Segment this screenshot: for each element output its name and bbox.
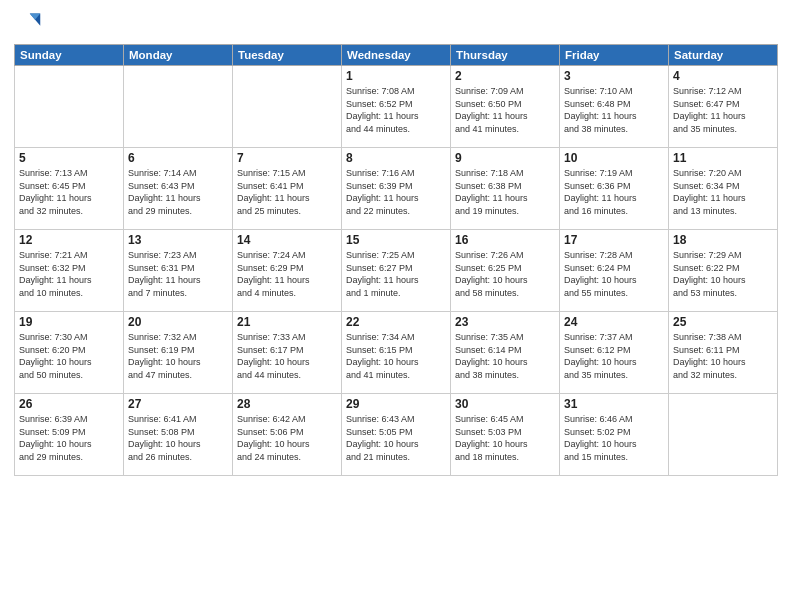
day-info: Sunrise: 7:12 AM Sunset: 6:47 PM Dayligh…	[673, 85, 773, 135]
day-number: 26	[19, 397, 119, 411]
calendar-cell: 29Sunrise: 6:43 AM Sunset: 5:05 PM Dayli…	[342, 394, 451, 476]
calendar-cell: 12Sunrise: 7:21 AM Sunset: 6:32 PM Dayli…	[15, 230, 124, 312]
calendar-cell: 19Sunrise: 7:30 AM Sunset: 6:20 PM Dayli…	[15, 312, 124, 394]
day-number: 15	[346, 233, 446, 247]
calendar-cell: 26Sunrise: 6:39 AM Sunset: 5:09 PM Dayli…	[15, 394, 124, 476]
calendar-cell: 17Sunrise: 7:28 AM Sunset: 6:24 PM Dayli…	[560, 230, 669, 312]
calendar-cell: 23Sunrise: 7:35 AM Sunset: 6:14 PM Dayli…	[451, 312, 560, 394]
week-row-4: 19Sunrise: 7:30 AM Sunset: 6:20 PM Dayli…	[15, 312, 778, 394]
day-info: Sunrise: 6:42 AM Sunset: 5:06 PM Dayligh…	[237, 413, 337, 463]
day-number: 22	[346, 315, 446, 329]
day-info: Sunrise: 7:18 AM Sunset: 6:38 PM Dayligh…	[455, 167, 555, 217]
calendar-cell: 15Sunrise: 7:25 AM Sunset: 6:27 PM Dayli…	[342, 230, 451, 312]
day-number: 30	[455, 397, 555, 411]
day-info: Sunrise: 7:08 AM Sunset: 6:52 PM Dayligh…	[346, 85, 446, 135]
calendar-cell: 20Sunrise: 7:32 AM Sunset: 6:19 PM Dayli…	[124, 312, 233, 394]
day-info: Sunrise: 6:43 AM Sunset: 5:05 PM Dayligh…	[346, 413, 446, 463]
calendar-cell: 30Sunrise: 6:45 AM Sunset: 5:03 PM Dayli…	[451, 394, 560, 476]
day-info: Sunrise: 7:30 AM Sunset: 6:20 PM Dayligh…	[19, 331, 119, 381]
calendar-cell	[233, 66, 342, 148]
calendar-cell: 1Sunrise: 7:08 AM Sunset: 6:52 PM Daylig…	[342, 66, 451, 148]
week-row-3: 12Sunrise: 7:21 AM Sunset: 6:32 PM Dayli…	[15, 230, 778, 312]
day-number: 27	[128, 397, 228, 411]
day-number: 9	[455, 151, 555, 165]
day-number: 14	[237, 233, 337, 247]
day-info: Sunrise: 7:38 AM Sunset: 6:11 PM Dayligh…	[673, 331, 773, 381]
day-info: Sunrise: 7:32 AM Sunset: 6:19 PM Dayligh…	[128, 331, 228, 381]
day-number: 1	[346, 69, 446, 83]
calendar-cell: 9Sunrise: 7:18 AM Sunset: 6:38 PM Daylig…	[451, 148, 560, 230]
day-info: Sunrise: 6:39 AM Sunset: 5:09 PM Dayligh…	[19, 413, 119, 463]
day-info: Sunrise: 7:13 AM Sunset: 6:45 PM Dayligh…	[19, 167, 119, 217]
day-number: 24	[564, 315, 664, 329]
day-info: Sunrise: 7:28 AM Sunset: 6:24 PM Dayligh…	[564, 249, 664, 299]
weekday-header-wednesday: Wednesday	[342, 45, 451, 66]
weekday-header-saturday: Saturday	[669, 45, 778, 66]
calendar-cell: 10Sunrise: 7:19 AM Sunset: 6:36 PM Dayli…	[560, 148, 669, 230]
day-number: 31	[564, 397, 664, 411]
day-info: Sunrise: 7:16 AM Sunset: 6:39 PM Dayligh…	[346, 167, 446, 217]
day-number: 19	[19, 315, 119, 329]
day-info: Sunrise: 7:37 AM Sunset: 6:12 PM Dayligh…	[564, 331, 664, 381]
day-info: Sunrise: 7:19 AM Sunset: 6:36 PM Dayligh…	[564, 167, 664, 217]
day-number: 5	[19, 151, 119, 165]
calendar-cell: 4Sunrise: 7:12 AM Sunset: 6:47 PM Daylig…	[669, 66, 778, 148]
day-number: 21	[237, 315, 337, 329]
logo-icon	[14, 10, 42, 38]
calendar-cell: 16Sunrise: 7:26 AM Sunset: 6:25 PM Dayli…	[451, 230, 560, 312]
calendar-cell: 3Sunrise: 7:10 AM Sunset: 6:48 PM Daylig…	[560, 66, 669, 148]
day-number: 18	[673, 233, 773, 247]
calendar-cell: 11Sunrise: 7:20 AM Sunset: 6:34 PM Dayli…	[669, 148, 778, 230]
day-info: Sunrise: 7:14 AM Sunset: 6:43 PM Dayligh…	[128, 167, 228, 217]
calendar-cell: 7Sunrise: 7:15 AM Sunset: 6:41 PM Daylig…	[233, 148, 342, 230]
day-info: Sunrise: 7:23 AM Sunset: 6:31 PM Dayligh…	[128, 249, 228, 299]
calendar-cell: 13Sunrise: 7:23 AM Sunset: 6:31 PM Dayli…	[124, 230, 233, 312]
calendar-cell: 22Sunrise: 7:34 AM Sunset: 6:15 PM Dayli…	[342, 312, 451, 394]
day-info: Sunrise: 6:41 AM Sunset: 5:08 PM Dayligh…	[128, 413, 228, 463]
calendar-cell	[669, 394, 778, 476]
calendar-cell	[15, 66, 124, 148]
calendar-cell: 31Sunrise: 6:46 AM Sunset: 5:02 PM Dayli…	[560, 394, 669, 476]
day-info: Sunrise: 7:20 AM Sunset: 6:34 PM Dayligh…	[673, 167, 773, 217]
weekday-header-monday: Monday	[124, 45, 233, 66]
day-info: Sunrise: 7:09 AM Sunset: 6:50 PM Dayligh…	[455, 85, 555, 135]
calendar-cell: 27Sunrise: 6:41 AM Sunset: 5:08 PM Dayli…	[124, 394, 233, 476]
calendar-cell: 18Sunrise: 7:29 AM Sunset: 6:22 PM Dayli…	[669, 230, 778, 312]
weekday-header-friday: Friday	[560, 45, 669, 66]
calendar-cell: 21Sunrise: 7:33 AM Sunset: 6:17 PM Dayli…	[233, 312, 342, 394]
weekday-header-tuesday: Tuesday	[233, 45, 342, 66]
day-info: Sunrise: 7:35 AM Sunset: 6:14 PM Dayligh…	[455, 331, 555, 381]
week-row-5: 26Sunrise: 6:39 AM Sunset: 5:09 PM Dayli…	[15, 394, 778, 476]
weekday-header-row: SundayMondayTuesdayWednesdayThursdayFrid…	[15, 45, 778, 66]
day-info: Sunrise: 7:25 AM Sunset: 6:27 PM Dayligh…	[346, 249, 446, 299]
day-number: 3	[564, 69, 664, 83]
day-number: 16	[455, 233, 555, 247]
calendar-cell: 2Sunrise: 7:09 AM Sunset: 6:50 PM Daylig…	[451, 66, 560, 148]
day-number: 25	[673, 315, 773, 329]
calendar-cell: 25Sunrise: 7:38 AM Sunset: 6:11 PM Dayli…	[669, 312, 778, 394]
day-number: 6	[128, 151, 228, 165]
calendar-cell: 14Sunrise: 7:24 AM Sunset: 6:29 PM Dayli…	[233, 230, 342, 312]
calendar-cell: 28Sunrise: 6:42 AM Sunset: 5:06 PM Dayli…	[233, 394, 342, 476]
day-info: Sunrise: 7:15 AM Sunset: 6:41 PM Dayligh…	[237, 167, 337, 217]
header	[14, 10, 778, 38]
calendar-cell: 6Sunrise: 7:14 AM Sunset: 6:43 PM Daylig…	[124, 148, 233, 230]
calendar-cell	[124, 66, 233, 148]
calendar-cell: 24Sunrise: 7:37 AM Sunset: 6:12 PM Dayli…	[560, 312, 669, 394]
day-number: 20	[128, 315, 228, 329]
week-row-2: 5Sunrise: 7:13 AM Sunset: 6:45 PM Daylig…	[15, 148, 778, 230]
day-number: 8	[346, 151, 446, 165]
day-number: 17	[564, 233, 664, 247]
day-info: Sunrise: 7:26 AM Sunset: 6:25 PM Dayligh…	[455, 249, 555, 299]
day-info: Sunrise: 7:33 AM Sunset: 6:17 PM Dayligh…	[237, 331, 337, 381]
day-info: Sunrise: 6:45 AM Sunset: 5:03 PM Dayligh…	[455, 413, 555, 463]
day-info: Sunrise: 7:21 AM Sunset: 6:32 PM Dayligh…	[19, 249, 119, 299]
day-number: 7	[237, 151, 337, 165]
day-number: 11	[673, 151, 773, 165]
day-number: 29	[346, 397, 446, 411]
day-number: 4	[673, 69, 773, 83]
day-number: 23	[455, 315, 555, 329]
day-number: 2	[455, 69, 555, 83]
calendar-cell: 8Sunrise: 7:16 AM Sunset: 6:39 PM Daylig…	[342, 148, 451, 230]
day-info: Sunrise: 6:46 AM Sunset: 5:02 PM Dayligh…	[564, 413, 664, 463]
